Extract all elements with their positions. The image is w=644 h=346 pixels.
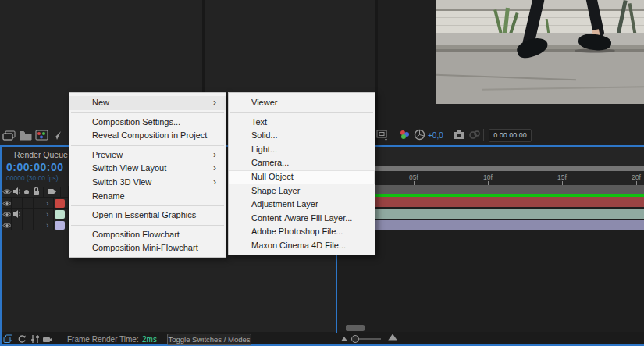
submenu-item-text[interactable]: Text <box>229 116 375 130</box>
menu-item-switch-3d-view[interactable]: Switch 3D View› <box>69 176 226 190</box>
menu-item-composition-mini-flowchart[interactable]: Composition Mini-Flowchart <box>69 241 226 255</box>
menu-separator <box>230 112 373 113</box>
submenu-item-camera[interactable]: Camera... <box>229 156 375 170</box>
preview-time-field[interactable]: 0:00:00:00 <box>489 129 532 142</box>
menu-item-label: Shape Layer <box>251 186 300 195</box>
menu-item-label: Switch 3D View <box>92 177 151 187</box>
footage-icon[interactable] <box>2 130 16 141</box>
column-separator <box>43 187 44 197</box>
region-of-interest-icon[interactable] <box>375 129 389 141</box>
menu-item-label: Content-Aware Fill Layer... <box>251 213 352 223</box>
lock-icon[interactable] <box>32 187 41 196</box>
menu-item-label: Camera... <box>251 158 289 167</box>
video-wall-mortar <box>436 25 644 26</box>
row-divider <box>2 208 69 209</box>
show-snapshot-icon[interactable] <box>468 130 481 140</box>
row-divider <box>2 219 69 219</box>
snapshot-camera-icon[interactable] <box>453 130 465 140</box>
submenu-item-null-object[interactable]: Null Object <box>229 170 375 184</box>
menu-item-label: Maxon Cinema 4D File... <box>251 241 346 250</box>
zoom-in-mountain-icon[interactable] <box>388 334 397 340</box>
menu-item-composition-flowchart[interactable]: Composition Flowchart <box>69 228 226 242</box>
submenu-item-content-aware-fill-layer[interactable]: Content-Aware Fill Layer... <box>229 212 375 226</box>
current-time-display[interactable]: 0:00:00:00 <box>6 161 64 173</box>
time-ruler[interactable]: 05f 10f 15f 20f <box>337 171 644 185</box>
label-icon[interactable] <box>47 187 57 196</box>
zoom-out-mountain-icon[interactable] <box>342 337 347 341</box>
submenu-item-shape-layer[interactable]: Shape Layer <box>229 184 375 198</box>
menu-separator <box>71 145 224 146</box>
folder-icon[interactable] <box>20 130 32 141</box>
submenu-item-adobe-photoshop-file[interactable]: Adobe Photoshop File... <box>229 225 375 239</box>
column-separator <box>33 198 34 230</box>
column-separator <box>60 187 61 197</box>
menu-item-label: Reveal Composition in Project <box>92 130 207 140</box>
solo-icon[interactable] <box>23 189 30 195</box>
toolbar-separator <box>393 129 393 141</box>
composition-viewport[interactable] <box>436 0 644 104</box>
timeline-header-空 <box>337 147 644 166</box>
menu-item-label: Composition Mini-Flowchart <box>92 243 198 252</box>
menu-item-open-essential-graphics[interactable]: Open in Essential Graphics <box>69 209 226 223</box>
horizontal-scrollbar-thumb[interactable] <box>346 325 365 331</box>
row-divider <box>2 230 69 230</box>
context-menu: New› Composition Settings... Reveal Comp… <box>69 92 226 258</box>
layer-duration-bar-3[interactable] <box>337 220 644 230</box>
menu-item-label: Switch View Layout <box>92 163 166 173</box>
submenu-arrow-icon: › <box>213 162 216 176</box>
menu-separator <box>71 205 224 206</box>
send-icon[interactable] <box>51 130 62 141</box>
new-submenu: Viewer Text Solid... Light... Camera... … <box>228 92 375 255</box>
zoom-slider-handle[interactable] <box>351 335 359 343</box>
toolbar-separator <box>483 129 484 141</box>
submenu-item-light[interactable]: Light... <box>229 143 375 157</box>
menu-item-label: Preview <box>92 150 123 159</box>
submenu-arrow-icon: › <box>213 148 216 162</box>
ruler-tick-label: 05f <box>409 173 418 181</box>
ruler-tick-label: 20f <box>632 173 641 181</box>
column-separator <box>22 198 23 230</box>
layer-duration-bar-1[interactable] <box>337 197 644 207</box>
menu-item-label: Text <box>251 117 267 127</box>
ruler-tick-label: 10f <box>483 173 493 181</box>
menu-item-label: Solid... <box>251 130 278 140</box>
render-cycle-icon[interactable] <box>17 334 27 344</box>
camera-shy-icon[interactable] <box>42 334 53 344</box>
toggle-switches-modes-button[interactable]: Toggle Switches / Modes <box>167 334 251 345</box>
menu-item-composition-settings[interactable]: Composition Settings... <box>69 116 226 130</box>
ruler-tick-label: 15f <box>557 173 567 181</box>
exposure-aperture-icon[interactable] <box>414 129 425 141</box>
menu-item-label: Rename <box>92 191 125 201</box>
layer-duration-bar-2[interactable] <box>337 209 644 219</box>
layer-color-swatch[interactable] <box>55 221 65 230</box>
layer-color-swatch[interactable] <box>55 210 65 219</box>
layer-color-swatch[interactable] <box>55 199 65 208</box>
exposure-value[interactable]: +0,0 <box>428 131 443 140</box>
menu-separator <box>71 112 224 113</box>
submenu-item-viewer[interactable]: Viewer <box>229 96 375 110</box>
eye-icon[interactable] <box>2 188 12 195</box>
channels-rgb-icon[interactable] <box>398 128 411 141</box>
new-composition-icon[interactable] <box>35 130 48 141</box>
expand-layer-switches-icon[interactable] <box>3 334 13 344</box>
work-area-bar[interactable] <box>337 185 644 194</box>
menu-item-rename[interactable]: Rename <box>69 190 226 204</box>
zoom-slider-track[interactable] <box>359 338 381 340</box>
menu-item-reveal-composition[interactable]: Reveal Composition in Project <box>69 129 226 143</box>
menu-item-label: Open in Essential Graphics <box>92 210 196 219</box>
audio-icon[interactable] <box>12 209 21 219</box>
column-separator <box>53 198 54 230</box>
switches-icon[interactable] <box>30 334 40 344</box>
column-separator <box>44 198 44 230</box>
submenu-item-maxon-cinema-4d-file[interactable]: Maxon Cinema 4D File... <box>229 239 375 253</box>
submenu-arrow-icon: › <box>213 176 216 190</box>
after-effects-window: +0,0 0:00:00:00 Render Queue 0:00:00:00 … <box>0 0 644 346</box>
frame-render-time-value: 2ms <box>142 335 157 344</box>
submenu-item-solid[interactable]: Solid... <box>229 129 375 143</box>
menu-item-new[interactable]: New› <box>69 96 226 110</box>
audio-icon[interactable] <box>12 187 21 196</box>
menu-item-label: Composition Settings... <box>92 117 180 127</box>
menu-item-switch-view-layout[interactable]: Switch View Layout› <box>69 162 226 176</box>
submenu-item-adjustment-layer[interactable]: Adjustment Layer <box>229 198 375 212</box>
menu-item-preview[interactable]: Preview› <box>69 148 226 162</box>
